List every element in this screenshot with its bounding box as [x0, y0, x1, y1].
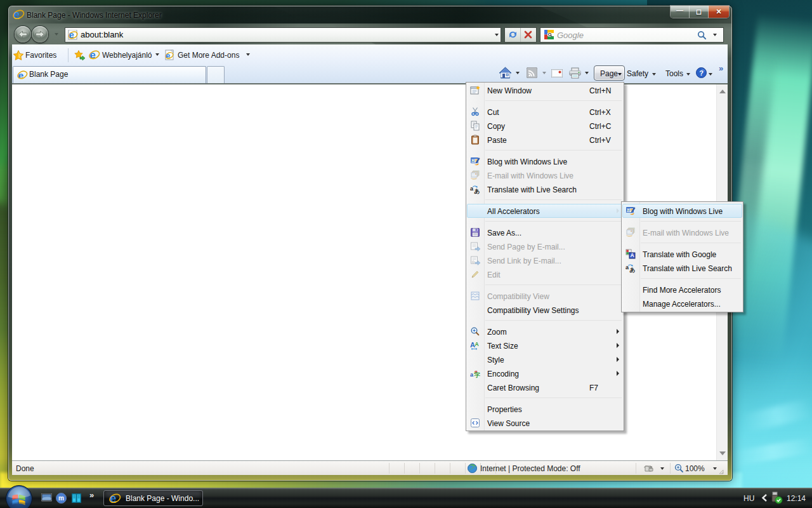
svg-text:A: A [475, 341, 479, 347]
svg-text:a: a [470, 371, 474, 378]
svg-text:あ: あ [475, 188, 480, 194]
svg-text:m: m [58, 495, 64, 502]
svg-text:字: 字 [474, 371, 481, 378]
svg-text:あ: あ [630, 267, 636, 273]
svg-text:A: A [630, 252, 634, 258]
